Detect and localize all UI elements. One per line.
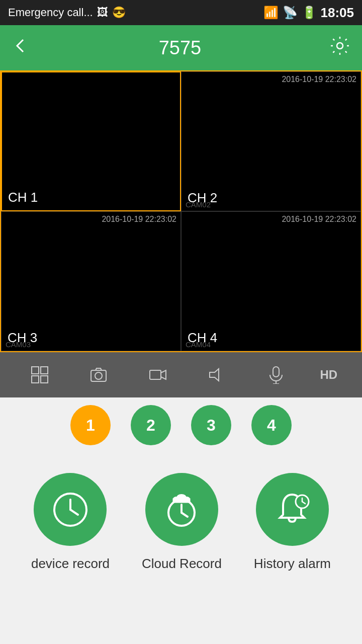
layout-button[interactable] [25, 360, 55, 390]
svg-marker-8 [210, 369, 219, 381]
svg-line-17 [182, 513, 188, 517]
camera-cell-ch4[interactable]: 2016-10-19 22:23:02 CH 4 CAM04 [181, 211, 361, 351]
status-bar: Emergency call... 🖼 😎 📶 📡 🔋 18:05 [0, 0, 362, 25]
volume-button[interactable] [202, 360, 232, 390]
svg-line-14 [70, 510, 78, 515]
camera-cell-ch1[interactable]: CH 1 [1, 71, 181, 211]
time-display: 18:05 [321, 5, 354, 21]
history-alarm-item[interactable]: History alarm [254, 473, 331, 572]
svg-rect-9 [273, 367, 279, 377]
svg-rect-2 [41, 367, 48, 374]
smiley-icon: 😎 [112, 6, 126, 19]
svg-rect-21 [173, 499, 190, 503]
page-title: 7575 [159, 37, 202, 59]
camera-timestamp-ch3: 2016-10-19 22:23:02 [102, 215, 176, 224]
camera-cam-id-ch2: CAM02 [186, 200, 211, 209]
svg-point-6 [95, 372, 102, 379]
back-button[interactable] [12, 37, 30, 59]
settings-button[interactable] [330, 36, 350, 60]
svg-rect-7 [150, 370, 161, 379]
svg-rect-4 [41, 376, 48, 383]
svg-rect-1 [32, 367, 39, 374]
cloud-record-label: Cloud Record [142, 556, 222, 572]
toolbar: HD [0, 352, 362, 397]
device-record-label: device record [31, 556, 110, 572]
channel-button-3[interactable]: 3 [191, 405, 231, 445]
channel-button-4[interactable]: 4 [251, 405, 292, 445]
photo-icon: 🖼 [97, 6, 108, 19]
wifi-icon: 📡 [283, 6, 298, 20]
channel-button-1[interactable]: 1 [70, 405, 111, 445]
camera-cam-id-ch4: CAM04 [186, 340, 211, 349]
snapshot-button[interactable] [83, 360, 114, 390]
camera-cam-id-ch3: CAM03 [6, 340, 31, 349]
header: 7575 [0, 25, 362, 70]
bottom-actions: device record Cloud Record [0, 453, 362, 587]
channel-selector: 1 2 3 4 [0, 397, 362, 453]
camera-label-ch1: CH 1 [8, 190, 38, 205]
camera-timestamp-ch2: 2016-10-19 22:23:02 [282, 75, 356, 84]
camera-timestamp-ch4: 2016-10-19 22:23:02 [282, 215, 356, 224]
cloud-record-icon [145, 473, 218, 546]
channel-button-2[interactable]: 2 [131, 405, 171, 445]
hd-button[interactable]: HD [320, 368, 338, 382]
camera-grid: CH 1 2016-10-19 22:23:02 CH 2 CAM02 2016… [0, 70, 362, 352]
camera-cell-ch3[interactable]: 2016-10-19 22:23:02 CH 3 CAM03 [1, 211, 181, 351]
history-alarm-icon [256, 473, 329, 546]
app-name-label: Emergency call... [8, 6, 93, 19]
signal-icon: 📶 [263, 6, 279, 20]
device-record-item[interactable]: device record [31, 473, 110, 572]
history-alarm-label: History alarm [254, 556, 331, 572]
svg-point-0 [337, 43, 343, 49]
svg-rect-3 [32, 376, 39, 383]
microphone-button[interactable] [261, 360, 291, 390]
camera-cell-ch2[interactable]: 2016-10-19 22:23:02 CH 2 CAM02 [181, 71, 361, 211]
device-record-icon [34, 473, 107, 546]
record-button[interactable] [143, 360, 173, 390]
cloud-record-item[interactable]: Cloud Record [142, 473, 222, 572]
battery-icon: 🔋 [302, 6, 317, 20]
